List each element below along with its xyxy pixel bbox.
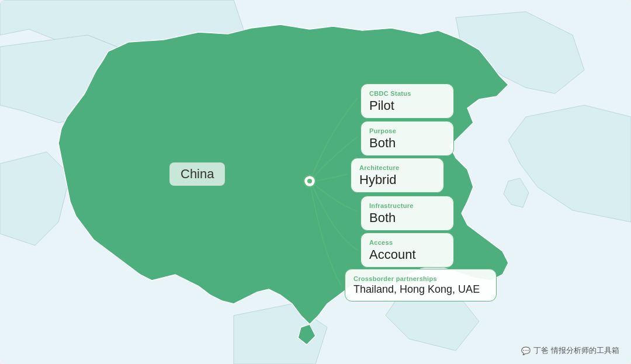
info-box-purpose: PurposeBoth — [360, 121, 454, 156]
info-value-crossborder: Thailand, Hong Kong, UAE — [353, 283, 488, 296]
info-box-access: AccessAccount — [360, 233, 454, 268]
info-box-architecture: ArchitectureHybrid — [351, 158, 444, 193]
info-label-purpose: Purpose — [369, 127, 396, 134]
info-value-architecture: Hybrid — [359, 172, 435, 188]
watermark-text: 丁爸 情报分析师的工具箱 — [533, 345, 619, 356]
info-box-infrastructure: InfrastructureBoth — [360, 196, 454, 231]
info-value-infrastructure: Both — [369, 210, 445, 226]
info-value-cbdc-status: Pilot — [369, 98, 445, 113]
china-label: China — [169, 162, 225, 186]
info-box-crossborder: Crossborder partnershipsThailand, Hong K… — [345, 269, 497, 301]
info-label-crossborder: Crossborder partnerships — [353, 275, 437, 282]
info-label-access: Access — [369, 239, 393, 246]
info-box-cbdc-status: CBDC StatusPilot — [360, 84, 454, 119]
info-label-infrastructure: Infrastructure — [369, 202, 414, 209]
watermark: 💬 丁爸 情报分析师的工具箱 — [521, 345, 619, 356]
info-label-cbdc-status: CBDC Status — [369, 90, 411, 97]
info-value-access: Account — [369, 247, 445, 262]
info-label-architecture: Architecture — [359, 164, 399, 171]
watermark-icon: 💬 — [521, 346, 531, 355]
main-container: China CBDC StatusPilotPurposeBothArchite… — [0, 0, 631, 364]
svg-point-2 — [307, 179, 312, 183]
info-value-purpose: Both — [369, 136, 445, 151]
